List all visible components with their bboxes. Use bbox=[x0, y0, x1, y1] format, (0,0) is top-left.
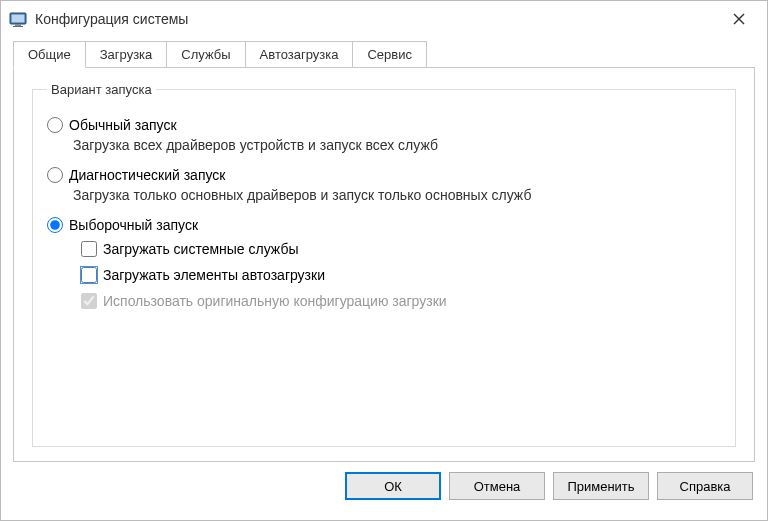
close-icon bbox=[733, 13, 745, 25]
tab-strip: Общие Загрузка Службы Автозагрузка Серви… bbox=[13, 41, 755, 68]
close-button[interactable] bbox=[721, 5, 757, 33]
tab-general[interactable]: Общие bbox=[13, 41, 86, 68]
titlebar: Конфигурация системы bbox=[1, 1, 767, 37]
startup-selection-legend: Вариант запуска bbox=[47, 82, 156, 97]
radio-selective-text: Выборочный запуск bbox=[69, 217, 198, 233]
radio-normal-desc: Загрузка всех драйверов устройств и запу… bbox=[73, 137, 721, 153]
radio-diagnostic-text: Диагностический запуск bbox=[69, 167, 225, 183]
check-load-services-label: Загружать системные службы bbox=[103, 241, 298, 257]
window-title: Конфигурация системы bbox=[35, 11, 721, 27]
svg-rect-1 bbox=[12, 15, 25, 23]
check-load-startup-label: Загружать элементы автозагрузки bbox=[103, 267, 325, 283]
radio-normal-label[interactable]: Обычный запуск bbox=[47, 117, 721, 133]
check-use-original-label: Использовать оригинальную конфигурацию з… bbox=[103, 293, 447, 309]
check-load-services[interactable] bbox=[81, 241, 97, 257]
radio-normal[interactable] bbox=[47, 117, 63, 133]
tab-services[interactable]: Службы bbox=[166, 41, 245, 68]
svg-rect-3 bbox=[13, 26, 23, 27]
tab-panel-general: Вариант запуска Обычный запуск Загрузка … bbox=[13, 67, 755, 462]
check-load-startup[interactable] bbox=[81, 267, 97, 283]
radio-diag-label[interactable]: Диагностический запуск bbox=[47, 167, 721, 183]
apply-button[interactable]: Применить bbox=[553, 472, 649, 500]
ok-button[interactable]: ОК bbox=[345, 472, 441, 500]
help-button[interactable]: Справка bbox=[657, 472, 753, 500]
msconfig-icon bbox=[9, 10, 27, 28]
dialog-button-bar: ОК Отмена Применить Справка bbox=[1, 462, 767, 510]
radio-selective-label[interactable]: Выборочный запуск bbox=[47, 217, 721, 233]
tab-startup[interactable]: Автозагрузка bbox=[245, 41, 354, 68]
radio-diagnostic[interactable] bbox=[47, 167, 63, 183]
radio-diagnostic-desc: Загрузка только основных драйверов и зап… bbox=[73, 187, 721, 203]
tab-tools[interactable]: Сервис bbox=[352, 41, 427, 68]
tab-boot[interactable]: Загрузка bbox=[85, 41, 168, 68]
startup-selection-group: Вариант запуска Обычный запуск Загрузка … bbox=[32, 82, 736, 447]
radio-normal-text: Обычный запуск bbox=[69, 117, 177, 133]
check-use-original bbox=[81, 293, 97, 309]
svg-rect-2 bbox=[15, 24, 21, 26]
msconfig-window: Конфигурация системы Общие Загрузка Служ… bbox=[0, 0, 768, 521]
cancel-button[interactable]: Отмена bbox=[449, 472, 545, 500]
radio-selective[interactable] bbox=[47, 217, 63, 233]
